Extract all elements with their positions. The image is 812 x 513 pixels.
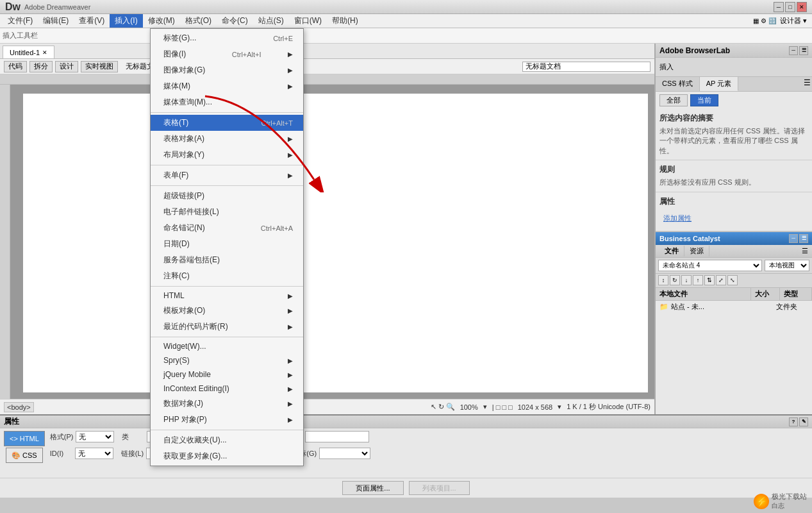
- props-edit-btn[interactable]: ✎: [799, 417, 808, 426]
- html-toggle-btn[interactable]: <> HTML: [4, 431, 45, 446]
- doc-title-input[interactable]: [522, 62, 650, 72]
- view-design-btn[interactable]: 设计: [55, 61, 78, 72]
- css-toggle-btn[interactable]: 🎨 CSS: [6, 448, 43, 463]
- menu-help[interactable]: 帮助(H): [327, 14, 363, 28]
- menu-item-php-object[interactable]: PHP 对象(P) ▶: [151, 412, 303, 428]
- doc-tab-untitled[interactable]: Untitled-1 ✕: [3, 46, 54, 58]
- add-property-link[interactable]: 添加属性: [663, 214, 692, 222]
- menu-item-custom-favorites[interactable]: 自定义收藏夹(U)...: [151, 432, 303, 448]
- menu-site[interactable]: 站点(S): [253, 14, 289, 28]
- current-btn[interactable]: 当前: [690, 94, 718, 106]
- right-panel: Adobe BrowserLab ─ ☰ 插入 CSS 样式 AP 元素 ☰ 全…: [655, 44, 812, 414]
- site-select[interactable]: 未命名站点 4: [658, 260, 762, 271]
- upload-btn[interactable]: ↑: [693, 275, 703, 285]
- submenu-arrow: ▶: [288, 51, 293, 58]
- status-bar: <body> ↖ ↻ 🔍 100% ▾ | □ □ □ 1024 x 568▾ …: [0, 399, 654, 414]
- menu-item-tag[interactable]: 标签(G)... Ctrl+E: [151, 30, 303, 46]
- menu-item-form[interactable]: 表单(F) ▶: [151, 167, 303, 183]
- menu-item-widget[interactable]: Widget(W)...: [151, 339, 303, 353]
- heading-input[interactable]: [305, 431, 369, 442]
- menu-item-email-link[interactable]: 电子邮件链接(L): [151, 204, 303, 220]
- menu-item-shortcut: Ctrl+Alt+T: [261, 119, 293, 127]
- menu-item-data-object[interactable]: 数据对象(J) ▶: [151, 396, 303, 412]
- all-btn[interactable]: 全部: [659, 94, 688, 106]
- panel-collapse-btn[interactable]: ─: [789, 46, 798, 55]
- menu-item-media-query[interactable]: 媒体查询(M)...: [151, 94, 303, 110]
- refresh-btn[interactable]: ↻: [670, 275, 680, 285]
- menu-edit[interactable]: 编辑(E): [38, 14, 74, 28]
- connect-btn[interactable]: ↕: [658, 275, 668, 285]
- properties-title: 属性: [4, 416, 19, 427]
- expand-btn[interactable]: ⤢: [716, 275, 726, 285]
- menu-item-comment[interactable]: 注释(C): [151, 268, 303, 284]
- status-tools: ↖ ↻ 🔍: [431, 403, 455, 411]
- files-toolbar: ↕ ↻ ↓ ↑ ⇅ ⤢ ⤡: [656, 274, 812, 288]
- menu-modify[interactable]: 修改(M): [143, 14, 180, 28]
- list-item-btn[interactable]: 列表项目...: [409, 481, 470, 495]
- target-select[interactable]: [319, 448, 370, 459]
- css-panel-tabs: CSS 样式 AP 元素 ☰: [656, 77, 812, 92]
- menu-item-incontext[interactable]: InContext Editing(I) ▶: [151, 382, 303, 396]
- menu-item-layout-object[interactable]: 布局对象(Y) ▶: [151, 147, 303, 163]
- menu-item-named-anchor[interactable]: 命名锚记(N) Ctrl+Alt+A: [151, 220, 303, 236]
- ap-elements-tab[interactable]: AP 元素: [700, 77, 739, 91]
- id-label: ID(I): [50, 450, 72, 457]
- menu-item-label: 日期(D): [163, 239, 190, 249]
- props-body: <> HTML 🎨 CSS 格式(P) 无 类 无 B I: [0, 428, 812, 478]
- css-styles-tab[interactable]: CSS 样式: [656, 77, 700, 91]
- menu-item-table[interactable]: 表格(T) Ctrl+Alt+T: [151, 115, 303, 131]
- menu-item-spry[interactable]: Spry(S) ▶: [151, 353, 303, 367]
- bc-collapse-btn[interactable]: ─: [789, 234, 798, 243]
- menu-file[interactable]: 文件(F): [3, 14, 38, 28]
- menu-item-label: 表格(T): [163, 117, 188, 128]
- menu-item-media[interactable]: 媒体(M) ▶: [151, 78, 303, 94]
- view-split-btn[interactable]: 拆分: [29, 61, 53, 72]
- menu-item-html[interactable]: HTML ▶: [151, 289, 303, 303]
- menu-format[interactable]: 格式(O): [180, 14, 217, 28]
- menu-item-image-object[interactable]: 图像对象(G) ▶: [151, 62, 303, 78]
- files-tab[interactable]: 文件: [659, 246, 684, 256]
- collapse-btn[interactable]: ⤡: [727, 275, 738, 285]
- minimize-button[interactable]: ─: [774, 2, 784, 12]
- download-btn[interactable]: ↓: [681, 275, 692, 285]
- menu-item-recent-snippets[interactable]: 最近的代码片断(R) ▶: [151, 319, 303, 335]
- menu-view[interactable]: 查看(V): [74, 14, 110, 28]
- sync-btn[interactable]: ⇅: [704, 275, 715, 285]
- props-help-btn[interactable]: ?: [789, 417, 798, 426]
- tab-close-button[interactable]: ✕: [42, 49, 47, 56]
- menu-item-template-object[interactable]: 模板对象(O) ▶: [151, 303, 303, 319]
- view-select[interactable]: 本地视图: [765, 260, 809, 271]
- menu-insert[interactable]: 插入(I): [110, 14, 142, 28]
- view-code-btn[interactable]: 代码: [4, 61, 27, 72]
- menu-item-get-more[interactable]: 获取更多对象(G)...: [151, 448, 303, 464]
- page-properties-btn[interactable]: 页面属性...: [342, 481, 403, 495]
- restore-button[interactable]: □: [785, 2, 795, 12]
- resources-tab[interactable]: 资源: [684, 246, 709, 256]
- view-live-btn[interactable]: 实时视图: [81, 61, 118, 72]
- html-tag-indicator: <body>: [4, 402, 34, 412]
- menu-item-label: 表单(F): [163, 170, 188, 181]
- panel-menu-btn[interactable]: ☰: [799, 46, 808, 55]
- menu-item-image[interactable]: 图像(I) Ctrl+Alt+I ▶: [151, 46, 303, 62]
- rules-text: 所选标签没有应用 CSS 规则。: [659, 178, 808, 187]
- format-select[interactable]: 无: [76, 431, 114, 442]
- submenu-arrow: ▶: [288, 172, 293, 179]
- menu-command[interactable]: 命令(C): [217, 14, 253, 28]
- panel-tab-menu[interactable]: ☰: [802, 77, 812, 91]
- menu-item-table-object[interactable]: 表格对象(A) ▶: [151, 131, 303, 147]
- menu-item-jquery-mobile[interactable]: jQuery Mobile ▶: [151, 367, 303, 382]
- id-select[interactable]: 无: [75, 448, 113, 459]
- menu-item-label: 图像对象(G): [163, 65, 205, 76]
- menu-item-server-include[interactable]: 服务器端包括(E): [151, 252, 303, 268]
- files-panel-menu[interactable]: ☰: [802, 247, 808, 255]
- link-label: 链接(L): [121, 449, 144, 458]
- watermark-text: 极光下载站 白志: [772, 492, 807, 510]
- bc-menu-btn[interactable]: ☰: [799, 234, 808, 243]
- file-row: 📁 站点 - 未... 文件夹: [656, 301, 812, 313]
- menu-item-hyperlink[interactable]: 超级链接(P): [151, 188, 303, 204]
- zoom-select[interactable]: ▾: [483, 403, 487, 411]
- menu-item-date[interactable]: 日期(D): [151, 236, 303, 252]
- close-button[interactable]: ✕: [797, 2, 807, 12]
- menu-window[interactable]: 窗口(W): [289, 14, 327, 28]
- ruler-left: [0, 85, 10, 399]
